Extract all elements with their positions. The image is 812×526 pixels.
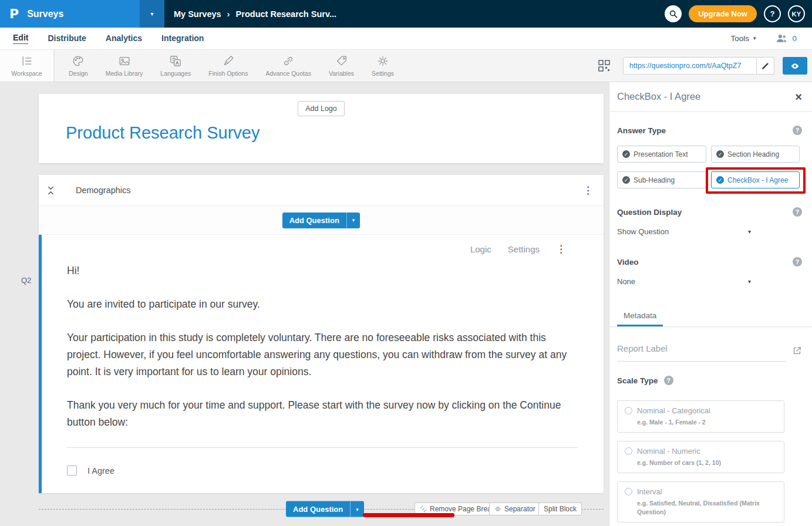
question-paragraph: You are invited to participate in our su… xyxy=(67,296,578,313)
people-icon xyxy=(776,32,788,45)
upgrade-now-button[interactable]: Upgrade Now xyxy=(689,5,757,22)
add-question-button-bottom[interactable]: Add Question ▾ xyxy=(286,501,364,517)
breadcrumb-separator: › xyxy=(227,9,230,19)
breadcrumb-current-survey: Product Research Surv... xyxy=(236,9,336,19)
help-icon[interactable]: ? xyxy=(793,126,802,135)
chevron-down-icon: ▾ xyxy=(753,36,756,41)
topbar: P Surveys ▾ My Surveys › Product Researc… xyxy=(0,0,812,28)
radio-icon[interactable] xyxy=(625,488,632,495)
add-question-button[interactable]: Add Question ▾ xyxy=(282,213,360,228)
product-switcher[interactable]: P Surveys ▾ xyxy=(0,0,164,28)
breadcrumb: My Surveys › Product Research Surv... xyxy=(174,9,336,19)
link-icon xyxy=(282,55,295,68)
survey-header-card: Add Logo Product Research Survey xyxy=(39,94,604,163)
report-label-row: Report Label xyxy=(617,343,802,362)
chevron-down-icon: ▾ xyxy=(748,229,751,235)
collapse-section-icon[interactable] xyxy=(47,186,55,195)
question-settings-button[interactable]: Settings xyxy=(508,244,540,254)
chevron-down-icon[interactable]: ▾ xyxy=(350,501,364,517)
question-text[interactable]: Hi! You are invited to participate in ou… xyxy=(67,262,578,431)
external-link-icon[interactable] xyxy=(792,346,802,356)
answer-type-sub-heading[interactable]: ✓ Sub-Heading xyxy=(617,171,706,188)
tab-integration[interactable]: Integration xyxy=(161,33,204,44)
tools-menu[interactable]: Tools ▾ xyxy=(730,34,756,43)
product-name: Surveys xyxy=(27,9,63,19)
help-icon[interactable]: ? xyxy=(793,257,802,267)
product-switcher-caret[interactable]: ▾ xyxy=(140,0,164,28)
survey-title[interactable]: Product Research Survey xyxy=(66,123,604,143)
separator-button[interactable]: Separator xyxy=(489,503,541,515)
pen-icon xyxy=(222,55,235,68)
video-label: Video xyxy=(617,258,639,267)
check-circle-icon: ✓ xyxy=(716,176,724,184)
survey-url-field[interactable]: https://questionpro.com/t/AaQtpZ7 xyxy=(623,57,757,75)
toolbar-item-media-library[interactable]: Media Library xyxy=(97,50,152,82)
survey-url-group: https://questionpro.com/t/AaQtpZ7 xyxy=(623,57,774,75)
scale-type-section: Scale Type ? xyxy=(617,376,802,385)
answer-type-presentation-text[interactable]: ✓ Presentation Text xyxy=(617,146,706,163)
separator-icon xyxy=(494,505,501,512)
scale-option-nominal-categorical[interactable]: Nominal - Categorical e.g. Male - 1, Fem… xyxy=(617,400,784,433)
toolbar-right: https://questionpro.com/t/AaQtpZ7 xyxy=(598,57,807,75)
radio-icon[interactable] xyxy=(625,447,632,455)
split-block-button[interactable]: Split Block xyxy=(538,503,582,515)
question-display-select[interactable]: Show Question ▾ xyxy=(617,227,751,236)
tools-label: Tools xyxy=(730,34,749,43)
red-annotation-line xyxy=(363,513,454,517)
question-kebab-menu-icon[interactable]: ⋮ xyxy=(556,244,566,254)
question-paragraph: Hi! xyxy=(67,262,578,279)
nav-right: Tools ▾ 0 xyxy=(730,28,797,49)
page-break-row: Add Question ▾ Remove Page Break Separat… xyxy=(39,500,604,518)
image-icon xyxy=(118,55,131,68)
tab-distribute[interactable]: Distribute xyxy=(48,33,86,44)
toolbar-item-variables[interactable]: Variables xyxy=(320,50,363,82)
pencil-icon xyxy=(761,62,770,70)
toolbar-item-advance-quotas[interactable]: Advance Quotas xyxy=(257,50,320,82)
help-icon[interactable]: ? xyxy=(664,376,673,385)
toolbar-item-languages[interactable]: Languages xyxy=(151,50,200,82)
chevron-down-icon: ▾ xyxy=(150,11,153,17)
help-button[interactable]: ? xyxy=(764,5,781,22)
section-header: Demographics ⋮ xyxy=(39,175,604,205)
edit-url-button[interactable] xyxy=(757,57,774,75)
breadcrumb-my-surveys[interactable]: My Surveys xyxy=(174,9,221,19)
question-actions: Logic Settings ⋮ xyxy=(67,244,578,254)
check-circle-icon: ✓ xyxy=(622,176,630,184)
toolbar-item-settings[interactable]: Settings xyxy=(363,50,403,82)
languages-icon xyxy=(169,55,182,68)
toolbar-item-finish-options[interactable]: Finish Options xyxy=(200,50,257,82)
search-button[interactable] xyxy=(665,5,682,22)
i-agree-checkbox[interactable] xyxy=(67,466,77,476)
section-kebab-menu-icon[interactable]: ⋮ xyxy=(583,186,593,195)
close-icon[interactable]: × xyxy=(795,91,802,103)
add-logo-button[interactable]: Add Logo xyxy=(298,101,345,116)
video-select[interactable]: None ▾ xyxy=(617,277,751,286)
search-icon xyxy=(669,9,678,19)
scale-option-interval[interactable]: Interval e.g. Satisfied, Neutral, Dissat… xyxy=(617,481,784,522)
section-title[interactable]: Demographics xyxy=(76,186,131,195)
survey-block-card: Demographics ⋮ Add Question ▾ Logic Sett… xyxy=(39,175,604,493)
scale-option-nominal-numeric[interactable]: Nominal - Numeric e.g. Number of cars (1… xyxy=(617,441,784,473)
help-icon[interactable]: ? xyxy=(793,207,802,217)
tab-metadata[interactable]: Metadata xyxy=(617,311,663,326)
toolbar-item-workspace[interactable]: Workspace xyxy=(0,50,54,82)
qr-code-icon[interactable] xyxy=(598,60,610,72)
preview-button[interactable] xyxy=(783,57,807,75)
question-number-label: Q2 xyxy=(21,276,31,285)
question-block[interactable]: Logic Settings ⋮ Hi! You are invited to … xyxy=(39,235,604,493)
toolbar-item-design[interactable]: Design xyxy=(60,50,97,82)
answer-type-section: Answer Type ? xyxy=(617,126,802,135)
question-settings-panel: CheckBox - I Agree × Answer Type ? ✓ Pre… xyxy=(609,82,812,526)
chevron-down-icon: ▾ xyxy=(748,279,751,285)
scale-option-example: e.g. Male - 1, Female - 2 xyxy=(637,418,777,427)
logic-button[interactable]: Logic xyxy=(470,244,491,254)
collaborators-button[interactable]: 0 xyxy=(776,32,797,45)
answer-type-section-heading[interactable]: ✓ Section Heading xyxy=(711,146,800,163)
avatar[interactable]: KY xyxy=(788,5,805,22)
report-label-field[interactable]: Report Label xyxy=(617,343,786,362)
tab-edit[interactable]: Edit xyxy=(13,33,28,44)
chevron-down-icon[interactable]: ▾ xyxy=(346,213,360,228)
answer-type-checkbox-i-agree[interactable]: ✓ CheckBox - I Agree xyxy=(711,171,800,188)
radio-icon[interactable] xyxy=(625,407,632,414)
tab-analytics[interactable]: Analytics xyxy=(106,33,142,44)
